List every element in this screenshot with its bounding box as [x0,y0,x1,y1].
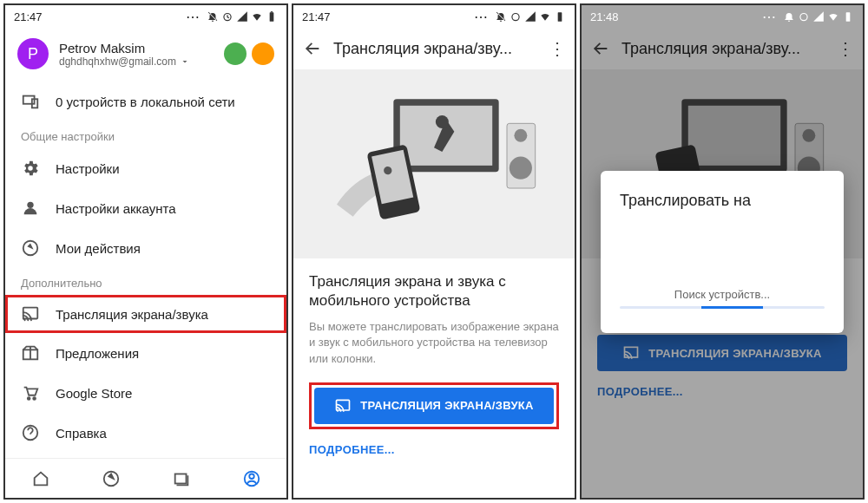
svg-rect-2 [271,11,273,12]
svg-point-16 [512,14,519,21]
cast-icon [334,397,352,415]
section-more: Дополнительно [5,268,286,295]
svg-rect-17 [558,12,562,21]
wifi-icon [539,10,551,23]
svg-point-14 [249,474,254,479]
page-title: Трансляция экрана/зву... [333,40,538,58]
hero-illustration [293,69,575,258]
app-bar: Трансляция экрана/зву... ⋮ [293,28,575,69]
bottom-nav [5,458,286,498]
person-icon [21,199,40,218]
device-chips [224,42,274,65]
chip-orange[interactable] [252,42,274,65]
battery-icon [554,10,566,23]
row-label: 0 устройств в локальной сети [56,95,235,109]
dialog-status: Поиск устройств... [620,288,825,301]
svg-rect-29 [846,12,851,21]
signal-icon [812,10,825,23]
status-icons: ⋯ [762,9,854,25]
chip-green[interactable] [224,42,247,65]
screenshot-1-settings: 21:47 ⋯ P Petrov Maksim dghdhqhxhw@gmail… [3,3,288,500]
cast-to-dialog: Транслировать на Поиск устройств... [601,171,844,333]
modal-overlay[interactable]: Транслировать на Поиск устройств... [582,5,863,498]
alarm-icon [510,10,522,23]
button-label: ТРАНСЛЯЦИЯ ЭКРАНА/ЗВУКА [360,399,533,412]
row-label: Мои действия [56,241,141,256]
activity-icon [21,238,40,258]
progress-bar [620,306,825,309]
user-info: Petrov Maksim dghdhqhxhw@gmail.com [59,41,224,68]
alarm-icon [798,10,810,23]
svg-rect-13 [174,474,186,483]
content-heading: Трансляция экрана и звука с мобильного у… [309,272,559,310]
back-button[interactable] [300,36,325,61]
svg-point-20 [436,115,449,128]
settings-list: 0 устройств в локальной сети Общие настр… [5,78,286,453]
cast-icon [21,304,40,323]
dialog-title: Транслировать на [620,192,825,210]
clock: 21:47 [302,10,331,23]
svg-point-9 [28,397,30,400]
nav-account-icon[interactable] [241,468,262,489]
row-cast-screen[interactable]: Трансляция экрана/звука [5,295,286,333]
cast-button[interactable]: ТРАНСЛЯЦИЯ ЭКРАНА/ЗВУКА [314,388,554,424]
row-label: Google Store [56,386,132,401]
row-label: Настройки [56,161,120,176]
signal-icon [524,10,536,23]
signal-icon [236,10,248,23]
status-bar: 21:48 ⋯ [582,5,863,28]
svg-point-23 [510,157,532,180]
cart-icon [21,383,40,402]
row-offers[interactable]: Предложения [5,333,286,373]
gear-icon [21,159,40,178]
row-label: Трансляция экрана/звука [56,307,208,322]
user-email[interactable]: dghdhqhxhw@gmail.com [59,56,224,68]
content-area: Трансляция экрана и звука с мобильного у… [293,258,575,470]
bell-off-icon [207,10,219,23]
row-my-activity[interactable]: Мои действия [5,228,286,268]
alarm-icon [221,10,233,23]
clock: 21:47 [14,10,43,23]
row-settings[interactable]: Настройки [5,148,286,188]
row-label: Настройки аккаунта [56,201,176,216]
more-icon: ⋯ [474,9,489,25]
status-bar: 21:47 ⋯ [5,5,286,28]
row-label: Справка [56,426,107,441]
learn-more-link[interactable]: ПОДРОБНЕЕ... [309,443,559,456]
account-header[interactable]: P Petrov Maksim dghdhqhxhw@gmail.com [5,28,286,78]
devices-icon [21,92,40,111]
nav-discover-icon[interactable] [101,468,122,489]
bell-off-icon [495,10,507,23]
offers-icon [21,343,40,363]
cast-illustration-icon [312,77,556,251]
section-general: Общие настройки [5,121,286,148]
battery-icon [842,10,854,23]
chevron-down-icon [180,56,190,67]
row-help[interactable]: Справка [5,413,286,453]
screenshot-2-cast-page: 21:47 ⋯ Трансляция экрана/зву... ⋮ [292,3,576,500]
clock: 21:48 [590,10,619,23]
row-devices-local[interactable]: 0 устройств в локальной сети [5,82,286,121]
nav-media-icon[interactable] [171,468,192,489]
avatar: P [17,38,49,69]
overflow-menu[interactable]: ⋮ [547,38,568,59]
svg-point-22 [514,129,527,142]
status-icons: ⋯ [186,9,278,25]
battery-icon [266,10,278,23]
svg-point-5 [27,202,33,208]
more-icon: ⋯ [186,9,201,25]
bell-off-icon [783,10,795,23]
row-account-settings[interactable]: Настройки аккаунта [5,188,286,228]
wifi-icon [251,10,263,23]
screenshot-3-dialog: 21:48 ⋯ Трансляция экрана/зву... ⋮ [580,3,865,500]
svg-point-10 [33,397,36,400]
row-google-store[interactable]: Google Store [5,373,286,413]
user-name: Petrov Maksim [59,41,224,56]
nav-home-icon[interactable] [30,468,51,489]
status-icons: ⋯ [474,9,566,25]
content-description: Вы можете транслировать изображение экра… [309,319,559,367]
highlight-frame: ТРАНСЛЯЦИЯ ЭКРАНА/ЗВУКА [309,382,559,429]
help-icon [21,423,40,442]
status-bar: 21:47 ⋯ [293,5,575,28]
wifi-icon [827,10,839,23]
